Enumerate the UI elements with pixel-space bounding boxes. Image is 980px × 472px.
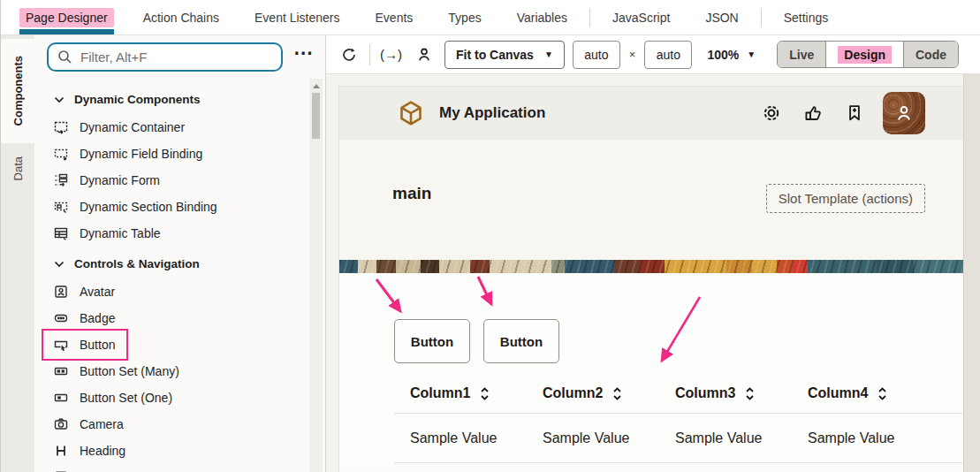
table-cell: Sample Value xyxy=(659,430,792,446)
dimension-separator: × xyxy=(628,48,637,61)
sort-icon[interactable] xyxy=(612,386,622,401)
tab-javascript[interactable]: JavaScript xyxy=(595,0,688,34)
chevron-down-icon xyxy=(54,96,65,103)
preview-button-2[interactable]: Button xyxy=(483,319,559,363)
canvas-scrollbar-gutter[interactable] xyxy=(963,74,980,472)
table-divider xyxy=(394,462,964,463)
top-tab-bar: Page Designer Action Chains Event Listen… xyxy=(1,0,980,35)
camera-icon xyxy=(54,417,68,431)
palette-item-dynamic-section-binding[interactable]: Dynamic Section Binding xyxy=(34,194,325,220)
page-content-section: Button Button Column1 Column2 xyxy=(339,273,964,463)
caret-down-icon: ▼ xyxy=(747,49,756,59)
palette-item-camera[interactable]: Camera xyxy=(34,411,325,438)
section-controls-navigation[interactable]: Controls & Navigation xyxy=(34,250,325,278)
rail-tab-data[interactable]: Data xyxy=(1,143,34,194)
tab-variables[interactable]: Variables xyxy=(499,0,585,34)
column-header-3[interactable]: Column3 xyxy=(659,385,792,401)
overflow-menu-icon[interactable]: ⋯ xyxy=(288,44,320,71)
sort-icon[interactable] xyxy=(745,386,755,401)
dynamic-section-binding-icon xyxy=(54,200,68,214)
side-rail: Components Data xyxy=(1,35,34,472)
palette-item-avatar[interactable]: Avatar xyxy=(34,278,325,305)
caret-down-icon: ▼ xyxy=(544,49,553,59)
sort-icon[interactable] xyxy=(877,386,887,401)
decorative-banner xyxy=(339,260,964,273)
preview-button-1[interactable]: Button xyxy=(394,319,470,363)
palette-item-heading[interactable]: Heading xyxy=(34,438,325,464)
table-row[interactable]: Sample Value Sample Value Sample Value S… xyxy=(394,414,964,462)
search-icon xyxy=(57,49,72,65)
dynamic-field-binding-icon xyxy=(54,147,68,161)
tab-settings[interactable]: Settings xyxy=(766,0,847,34)
dynamic-table-icon xyxy=(54,226,68,240)
button-set-many-icon xyxy=(54,364,68,378)
filter-input[interactable] xyxy=(80,49,272,65)
rail-tab-components[interactable]: Components xyxy=(1,39,34,143)
heading-icon xyxy=(54,444,68,458)
table-header-row: Column1 Column2 Column3 xyxy=(394,374,964,413)
tab-json[interactable]: JSON xyxy=(688,0,756,34)
palette-item-dynamic-table[interactable]: Dynamic Table xyxy=(34,220,325,247)
palette-scrollbar[interactable] xyxy=(309,79,323,472)
palette-item-badge[interactable]: Badge xyxy=(34,305,325,331)
toolbar-divider xyxy=(369,44,370,65)
chevron-down-icon xyxy=(54,261,65,268)
gear-icon[interactable] xyxy=(758,103,785,123)
button-icon xyxy=(54,338,68,352)
component-palette: ⋯ Dynamic Components Dynamic Container D… xyxy=(34,35,326,472)
column-header-1[interactable]: Column1 xyxy=(394,385,527,401)
app-title: My Application xyxy=(439,104,545,122)
canvas-height-input[interactable] xyxy=(644,41,692,69)
component-filter xyxy=(47,42,283,72)
slot-template-placeholder[interactable]: Slot Template (actions) xyxy=(766,184,925,213)
tab-divider xyxy=(761,8,762,27)
mode-code-button[interactable]: Code xyxy=(903,42,958,67)
design-viewport: My Application xyxy=(326,74,980,472)
tab-action-chains[interactable]: Action Chains xyxy=(125,0,237,34)
tab-events[interactable]: Events xyxy=(358,0,431,34)
palette-item-dynamic-form[interactable]: Dynamic Form xyxy=(34,167,325,194)
palette-item-highlight-text[interactable]: A Highlight Text xyxy=(34,464,325,472)
mode-live-button[interactable]: Live xyxy=(778,42,825,67)
canvas-toolbar: (→) Fit to Canvas ▼ × 100% ▼ Live Design xyxy=(326,35,980,74)
palette-item-button-set-many[interactable]: Button Set (Many) xyxy=(34,358,325,384)
app-header: My Application xyxy=(339,87,964,140)
column-header-4[interactable]: Column4 xyxy=(792,385,924,401)
palette-item-dynamic-field-binding[interactable]: Dynamic Field Binding xyxy=(34,141,325,167)
tab-divider xyxy=(589,8,590,27)
bookmark-add-icon[interactable] xyxy=(841,103,868,123)
thumbs-up-icon[interactable] xyxy=(800,103,826,123)
zoom-dropdown[interactable]: 100% ▼ xyxy=(707,48,756,62)
sort-icon[interactable] xyxy=(480,386,490,401)
dynamic-container-icon xyxy=(54,120,68,134)
button-set-one-icon xyxy=(54,391,68,405)
avatar-person-icon xyxy=(893,103,915,124)
table-cell: Sample Value xyxy=(394,430,527,446)
cube-logo-icon xyxy=(398,100,424,126)
preview-page: My Application xyxy=(339,87,964,472)
live-expression-icon[interactable]: (→) xyxy=(378,47,404,62)
column-header-2[interactable]: Column2 xyxy=(527,385,659,401)
palette-item-button-set-one[interactable]: Button Set (One) xyxy=(34,384,325,411)
dynamic-form-icon xyxy=(54,173,68,187)
scrollbar-thumb[interactable] xyxy=(312,93,320,139)
scroll-up-icon[interactable] xyxy=(309,79,323,93)
user-icon[interactable] xyxy=(412,42,437,67)
canvas-width-input[interactable] xyxy=(573,41,620,69)
tab-types[interactable]: Types xyxy=(430,0,498,34)
mode-design-button[interactable]: Design xyxy=(825,42,903,67)
table-cell: Sample Value xyxy=(527,430,659,446)
avatar-icon xyxy=(54,285,68,299)
tab-page-designer[interactable]: Page Designer xyxy=(8,0,125,34)
refresh-icon[interactable] xyxy=(337,42,361,67)
user-avatar[interactable] xyxy=(883,92,925,134)
component-list: Dynamic Components Dynamic Container Dyn… xyxy=(34,79,325,472)
section-dynamic-components[interactable]: Dynamic Components xyxy=(34,86,325,114)
page-header-section: main Slot Template (actions) xyxy=(339,140,964,260)
palette-item-dynamic-container[interactable]: Dynamic Container xyxy=(34,114,325,141)
page-title: main xyxy=(392,184,431,203)
tab-event-listeners[interactable]: Event Listeners xyxy=(237,0,358,34)
fit-to-canvas-dropdown[interactable]: Fit to Canvas ▼ xyxy=(444,41,565,69)
badge-icon xyxy=(54,311,68,325)
palette-item-button[interactable]: Button xyxy=(34,331,325,358)
